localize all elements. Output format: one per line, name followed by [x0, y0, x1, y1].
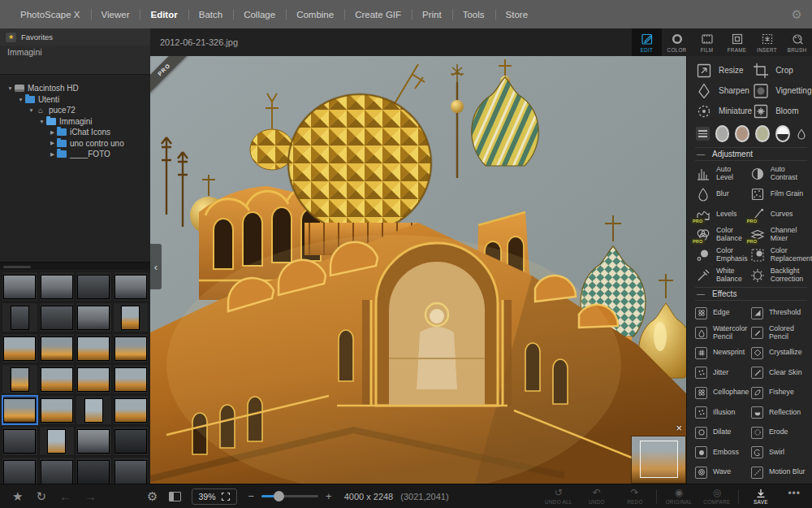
menu-item-viewer[interactable]: Viewer: [91, 0, 140, 28]
favorites-header[interactable]: ★ Favorites: [0, 28, 150, 46]
preset-droplet-icon[interactable]: [796, 128, 807, 140]
original-button[interactable]: ◉ ORIGINAL: [659, 488, 698, 505]
adjust-white-balance[interactable]: White Balance: [695, 265, 749, 285]
tool-vignetting[interactable]: Vignetting: [752, 80, 811, 101]
thumbnail[interactable]: [76, 395, 112, 425]
tree-item-uno-contro-uno[interactable]: ▶uno contro uno: [0, 138, 150, 150]
thumbnail[interactable]: [2, 333, 38, 363]
adjust-backlight-correction[interactable]: Backlight Correction: [749, 265, 812, 285]
adjust-curves[interactable]: PROCurves: [749, 204, 812, 224]
effect-swirl[interactable]: Swirl: [751, 443, 807, 463]
effect-illusion[interactable]: Illusion: [695, 403, 751, 423]
tree-item-puce72[interactable]: ▼⌂puce72: [0, 105, 150, 116]
zoom-slider[interactable]: [261, 491, 318, 501]
adjust-film-grain[interactable]: Film Grain: [749, 184, 812, 204]
undo-button[interactable]: ↶ UNDO: [577, 488, 615, 505]
effect-watercolor-pencil[interactable]: Watercolor Pencil: [695, 323, 751, 344]
sidebar-toggle-icon[interactable]: [169, 492, 181, 501]
thumbnail[interactable]: [76, 364, 112, 394]
preset-filter-sepia[interactable]: [735, 125, 749, 142]
tab-insert[interactable]: INSERT: [752, 28, 782, 56]
tab-brush[interactable]: BRUSH: [782, 28, 812, 56]
adjust-auto-contrast[interactable]: Auto Contrast: [749, 163, 812, 184]
tool-crop[interactable]: Crop: [752, 60, 811, 80]
effect-clear-skin[interactable]: Clear Skin: [751, 363, 807, 384]
adjust-blur[interactable]: Blur: [695, 184, 749, 204]
effect-dilate[interactable]: Dilate: [695, 423, 751, 443]
thumbnail-scrollbar[interactable]: [0, 262, 150, 270]
tool-bloom[interactable]: Bloom: [752, 101, 811, 121]
thumbnail[interactable]: [39, 302, 76, 332]
thumbnail[interactable]: [2, 457, 38, 484]
zoom-in-icon[interactable]: +: [326, 490, 332, 502]
preset-filter-green[interactable]: [755, 125, 770, 142]
effect-motion-blur[interactable]: Motion Blur: [751, 462, 807, 483]
menu-item-editor[interactable]: Editor: [140, 0, 188, 28]
tree-item-foto[interactable]: ▶____FOTO: [0, 149, 150, 160]
effect-crystallize[interactable]: Crystallize: [751, 343, 807, 363]
effect-wave[interactable]: Wave: [695, 462, 751, 483]
menu-item-print[interactable]: Print: [412, 0, 452, 28]
effect-cellophane[interactable]: Cellophane: [695, 383, 751, 403]
thumbnail[interactable]: [2, 302, 38, 332]
expand-arrow-icon[interactable]: ▼: [6, 85, 14, 91]
thumbnail[interactable]: [113, 302, 149, 332]
preset-filter-contrast[interactable]: [775, 125, 790, 142]
menu-item-tools[interactable]: Tools: [452, 0, 495, 28]
thumbnail[interactable]: [39, 426, 76, 456]
thumbnail[interactable]: [113, 426, 149, 456]
back-arrow-icon[interactable]: ←: [59, 490, 71, 502]
effect-fisheye[interactable]: Fisheye: [751, 383, 807, 403]
tree-item-macintosh-hd[interactable]: ▼Macintosh HD: [0, 83, 150, 94]
collapse-arrow-icon[interactable]: ▶: [49, 151, 56, 158]
tool-sharpen[interactable]: Sharpen: [695, 80, 752, 101]
settings-gear-icon[interactable]: ⚙: [792, 7, 802, 22]
favorite-star-icon[interactable]: ★: [12, 490, 23, 502]
thumbnail-selected[interactable]: [2, 395, 38, 425]
more-options-icon[interactable]: •••: [788, 488, 801, 499]
preset-filter-gray[interactable]: [715, 125, 730, 142]
effects-section-header[interactable]: — Effects: [695, 287, 807, 301]
collapse-arrow-icon[interactable]: ▶: [49, 140, 56, 146]
thumbnail[interactable]: [76, 271, 112, 302]
zoom-out-icon[interactable]: −: [248, 490, 255, 502]
tab-frame[interactable]: FRAME: [722, 28, 752, 56]
adjust-color-replacement[interactable]: Color Replacement: [749, 245, 812, 265]
adjust-levels[interactable]: PROLevels: [695, 204, 749, 224]
effect-edge[interactable]: Edge: [695, 303, 751, 323]
navigator-minimap[interactable]: [632, 436, 685, 483]
effect-emboss[interactable]: Emboss: [695, 443, 751, 463]
image-canvas[interactable]: PRO ‹ ×: [150, 56, 686, 484]
expand-arrow-icon[interactable]: ▼: [17, 97, 24, 102]
sidebar-collapse-handle[interactable]: ‹: [150, 244, 162, 289]
thumbnail[interactable]: [39, 271, 76, 302]
effect-reflection[interactable]: Reflection: [751, 403, 807, 423]
menu-item-collage[interactable]: Collage: [233, 0, 286, 28]
effect-jitter[interactable]: Jitter: [695, 363, 751, 384]
menu-item-batch[interactable]: Batch: [188, 0, 233, 28]
collapse-arrow-icon[interactable]: ▶: [49, 129, 56, 136]
forward-arrow-icon[interactable]: →: [84, 490, 97, 502]
effect-erode[interactable]: Erode: [751, 423, 807, 443]
adjust-color-emphasis[interactable]: Color Emphasis: [695, 245, 749, 265]
navigator-viewport[interactable]: [640, 441, 678, 478]
thumbnail[interactable]: [39, 395, 76, 425]
menu-item-photoscape-x[interactable]: PhotoScape X: [10, 0, 91, 28]
redo-button[interactable]: ↷ REDO: [615, 488, 654, 505]
scrollbar-knob[interactable]: [3, 266, 31, 268]
thumbnail[interactable]: [76, 333, 112, 363]
thumbnail[interactable]: [2, 426, 38, 456]
thumbnail[interactable]: [76, 457, 112, 484]
thumbnail[interactable]: [113, 457, 149, 484]
menu-item-create-gif[interactable]: Create GIF: [344, 0, 412, 28]
thumbnail[interactable]: [113, 333, 149, 363]
adjust-color-balance[interactable]: PROColor Balance: [695, 224, 749, 245]
tool-miniature[interactable]: Miniature: [695, 101, 752, 121]
thumbnail[interactable]: [76, 302, 112, 332]
refresh-icon[interactable]: ↻: [36, 490, 46, 502]
tool-resize[interactable]: Resize: [695, 60, 752, 80]
favorite-item-immagini[interactable]: Immagini: [0, 46, 150, 59]
thumbnail[interactable]: [113, 395, 149, 425]
tree-item-immagini[interactable]: ▼Immagini: [0, 116, 150, 128]
tab-edit[interactable]: EDIT: [632, 28, 662, 56]
